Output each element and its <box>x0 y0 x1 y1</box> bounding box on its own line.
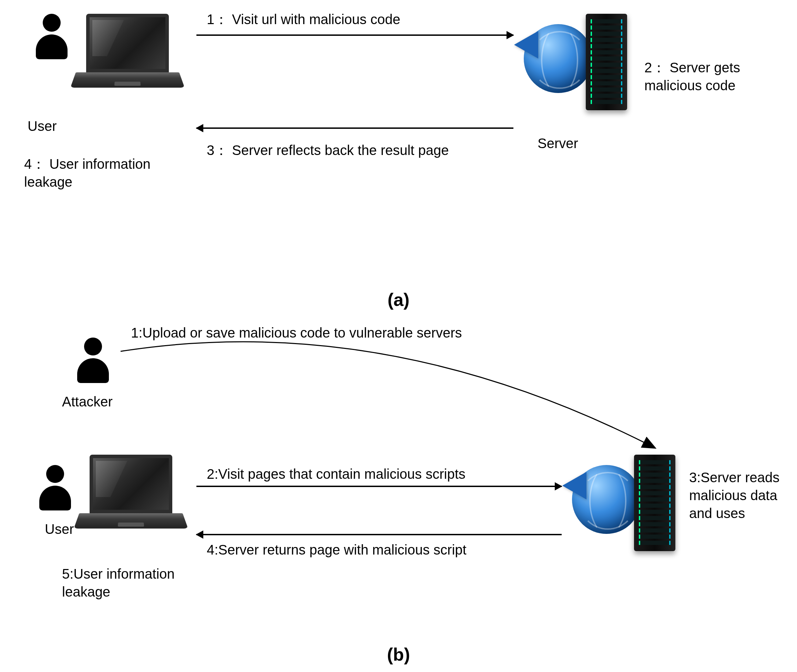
arrow-step1 <box>117 331 662 465</box>
step3-label: 3： Server reflects back the result page <box>207 141 517 159</box>
laptop-icon <box>76 454 186 551</box>
figure-label-b: (b) <box>387 644 410 665</box>
step5-label: 5:User information leakage <box>62 565 200 601</box>
step2-label: 2:Visit pages that contain malicious scr… <box>207 465 465 483</box>
step1-label: 1:Upload or save malicious code to vulne… <box>131 324 462 342</box>
server-icon <box>524 10 627 114</box>
figure-label-a: (a) <box>388 289 410 310</box>
diagram-b: Attacker 1:Upload or save malicious code… <box>0 317 797 672</box>
step4-label: 4： User information leakage <box>24 155 189 191</box>
step1-label: 1： Visit url with malicious code <box>207 10 400 28</box>
server-label: Server <box>537 134 578 152</box>
user-label: User <box>45 520 74 538</box>
step3-label: 3:Server reads malicious data and uses <box>689 469 792 522</box>
arrow-step3 <box>196 128 513 129</box>
user-icon <box>34 14 69 62</box>
server-icon <box>572 451 675 555</box>
user-icon <box>38 465 72 513</box>
arrow-step4 <box>196 534 562 535</box>
laptop-icon <box>72 14 183 110</box>
step4-label: 4:Server returns page with malicious scr… <box>207 541 467 559</box>
step2-label: 2： Server gets malicious code <box>645 59 782 94</box>
diagram-a: User Server 1： Visit url with malicious … <box>0 0 797 275</box>
user-label: User <box>27 117 56 135</box>
attacker-label: Attacker <box>62 393 113 411</box>
arrow-step1 <box>196 34 513 36</box>
attacker-icon <box>76 338 110 386</box>
arrow-step2 <box>196 486 562 487</box>
